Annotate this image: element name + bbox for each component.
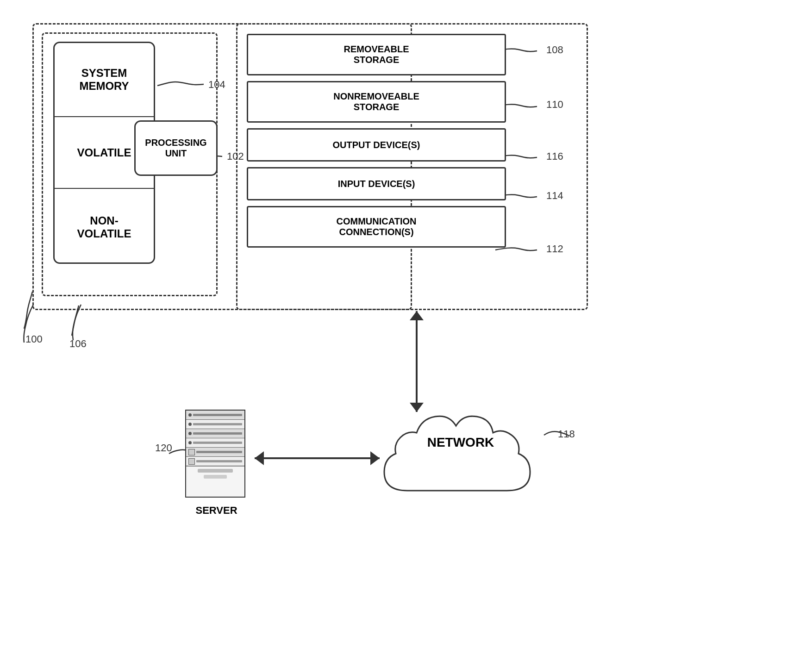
svg-marker-5 (255, 451, 264, 465)
ref-108: 108 (546, 44, 563, 56)
system-memory-section: SYSTEM MEMORY (55, 43, 154, 117)
non-volatile-label: NON- VOLATILE (77, 214, 131, 240)
removeable-storage-label: REMOVEABLE STORAGE (344, 44, 409, 65)
right-devices-box: REMOVEABLE STORAGE NONREMOVEABLE STORAGE… (236, 23, 588, 310)
removeable-storage-box: REMOVEABLE STORAGE (247, 34, 506, 75)
ref-102: 102 (227, 150, 244, 162)
processing-unit-box: PROCESSING UNIT (134, 120, 218, 176)
system-memory-label: SYSTEM MEMORY (79, 67, 129, 93)
ref-112: 112 (546, 243, 563, 255)
server-illustration (185, 410, 245, 498)
ref-116: 116 (546, 150, 563, 162)
communication-connections-box: COMMUNICATION CONNECTION(S) (247, 206, 506, 248)
network-label: NETWORK (398, 435, 523, 450)
input-devices-box: INPUT DEVICE(S) (247, 167, 506, 200)
ref-110: 110 (546, 99, 563, 111)
output-devices-label: OUTPUT DEVICE(S) (333, 140, 420, 150)
input-devices-label: INPUT DEVICE(S) (338, 179, 415, 189)
network-cloud (370, 398, 546, 505)
server-label: SERVER (178, 505, 255, 517)
ref-104: 104 (208, 79, 225, 91)
ref-114: 114 (546, 190, 563, 202)
non-volatile-section: NON- VOLATILE (55, 189, 154, 264)
ref-100: 100 (25, 333, 43, 345)
processing-unit-label: PROCESSING UNIT (145, 137, 206, 159)
volatile-label: VOLATILE (77, 146, 131, 159)
communication-connections-label: COMMUNICATION CONNECTION(S) (337, 216, 417, 237)
ref-118: 118 (558, 428, 575, 440)
nonremoveable-storage-box: NONREMOVEABLE STORAGE (247, 81, 506, 123)
nonremoveable-storage-label: NONREMOVEABLE STORAGE (333, 91, 419, 112)
ref-106: 106 (69, 338, 87, 350)
ref-120: 120 (155, 442, 172, 454)
svg-marker-1 (410, 311, 424, 320)
output-devices-box: OUTPUT DEVICE(S) (247, 128, 506, 162)
